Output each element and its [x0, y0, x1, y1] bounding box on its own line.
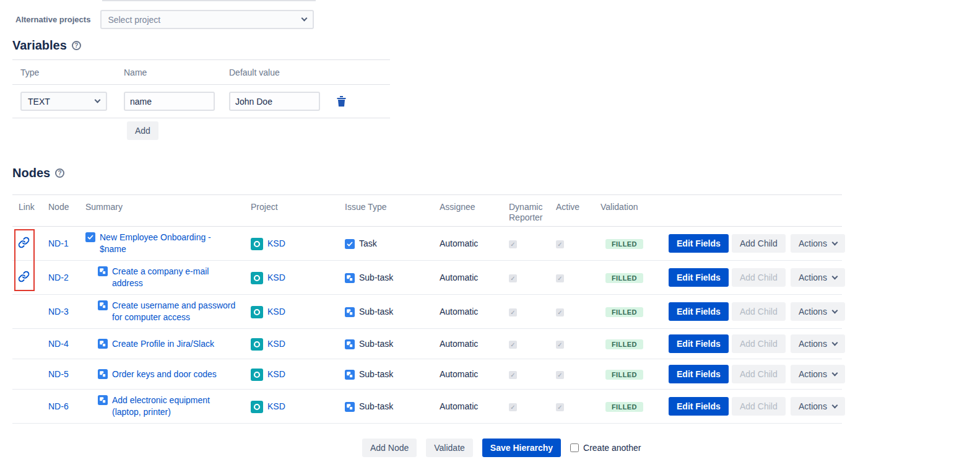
variables-table: Type Name Default value TEXT — [12, 59, 390, 118]
actions-dropdown[interactable]: Actions — [791, 365, 845, 383]
header-issue-type: Issue Type — [342, 195, 436, 212]
help-icon[interactable] — [55, 168, 64, 178]
nodes-table-header: Link Node Summary Project Issue Type Ass… — [12, 194, 842, 227]
actions-dropdown[interactable]: Actions — [791, 234, 845, 253]
subtask-icon — [345, 370, 355, 380]
edit-fields-button[interactable]: Edit Fields — [669, 365, 729, 383]
nodes-section-title: Nodes — [12, 166, 64, 180]
delete-variable-button[interactable] — [335, 94, 348, 108]
node-id-link[interactable]: ND-1 — [48, 238, 69, 248]
add-child-button[interactable]: Add Child — [732, 234, 786, 253]
edit-fields-button[interactable]: Edit Fields — [669, 397, 729, 416]
add-child-button: Add Child — [732, 268, 786, 287]
alternative-projects-label: Alternative projects — [15, 15, 90, 24]
edit-fields-button[interactable]: Edit Fields — [669, 268, 729, 287]
save-hierarchy-button[interactable]: Save Hierarchy — [482, 439, 561, 457]
actions-dropdown[interactable]: Actions — [791, 302, 845, 321]
edit-fields-button[interactable]: Edit Fields — [669, 302, 729, 321]
subtask-icon — [98, 300, 108, 310]
actions-dropdown[interactable]: Actions — [791, 397, 845, 416]
chevron-down-icon — [831, 339, 838, 346]
dynamic-reporter-checkbox — [509, 371, 517, 379]
node-row-nd5: ND-5 Order keys and door codes KSD Sub-t… — [12, 359, 842, 390]
dynamic-reporter-checkbox — [509, 403, 517, 411]
add-child-button: Add Child — [732, 302, 786, 321]
node-id-link[interactable]: ND-3 — [48, 307, 69, 316]
assignee-label: Automatic — [436, 238, 506, 248]
edit-fields-button[interactable]: Edit Fields — [669, 234, 729, 253]
node-id-link[interactable]: ND-6 — [48, 401, 69, 411]
summary-link[interactable]: Create a company e-mail address — [112, 266, 236, 289]
project-avatar-icon — [251, 238, 263, 250]
project-link[interactable]: KSD — [267, 307, 285, 316]
nodes-title-text: Nodes — [12, 166, 50, 180]
subtask-icon — [345, 273, 355, 283]
add-child-button: Add Child — [732, 365, 786, 383]
variable-name-input[interactable] — [124, 92, 215, 111]
header-validation: Validation — [597, 195, 666, 212]
add-node-button[interactable]: Add Node — [362, 439, 417, 457]
actions-label: Actions — [799, 339, 827, 349]
summary-link[interactable]: Create username and password for compute… — [112, 300, 236, 323]
trash-icon — [336, 95, 347, 107]
validation-badge: FILLED — [605, 307, 643, 317]
project-link[interactable]: KSD — [267, 238, 285, 248]
chevron-down-icon — [831, 273, 838, 279]
variables-table-header: Type Name Default value — [12, 59, 390, 85]
add-child-button: Add Child — [732, 334, 786, 353]
issue-type-label: Sub-task — [359, 401, 393, 411]
actions-dropdown[interactable]: Actions — [791, 334, 845, 353]
variable-row: TEXT — [12, 85, 390, 118]
alternative-projects-select[interactable]: Select project — [100, 10, 314, 29]
actions-dropdown[interactable]: Actions — [791, 268, 845, 287]
footer-actions: Add Node Validate Save Hierarchy Create … — [362, 439, 641, 457]
active-checkbox — [556, 240, 564, 248]
chevron-down-icon — [301, 15, 308, 22]
active-checkbox — [556, 274, 564, 282]
dynamic-reporter-checkbox — [509, 274, 517, 282]
node-row-nd4: ND-4 Create Profile in Jira/Slack KSD Su… — [12, 329, 842, 359]
summary-link[interactable]: Add electronic equipment (laptop, printe… — [112, 395, 236, 418]
node-id-link[interactable]: ND-4 — [48, 339, 69, 349]
subtask-icon — [345, 339, 355, 349]
node-id-link[interactable]: ND-5 — [48, 369, 69, 379]
task-icon — [345, 239, 355, 249]
active-checkbox — [556, 341, 564, 349]
subtask-icon — [345, 402, 355, 412]
create-another-label: Create another — [583, 443, 641, 453]
node-row-nd3: ND-3 Create username and password for co… — [12, 295, 842, 329]
variable-default-input[interactable] — [229, 92, 320, 111]
help-icon[interactable] — [72, 41, 81, 50]
summary-link[interactable]: New Employee Onboarding - $name — [100, 232, 223, 255]
issue-type-label: Sub-task — [359, 307, 393, 316]
add-variable-button[interactable]: Add — [127, 121, 158, 140]
chevron-down-icon — [95, 97, 101, 103]
node-row-nd6: ND-6 Add electronic equipment (laptop, p… — [12, 390, 842, 424]
summary-link[interactable]: Create Profile in Jira/Slack — [112, 338, 214, 350]
project-link[interactable]: KSD — [267, 339, 285, 349]
project-avatar-icon — [251, 272, 263, 284]
active-checkbox — [556, 308, 564, 316]
variable-type-select[interactable]: TEXT — [20, 92, 107, 111]
actions-label: Actions — [799, 238, 827, 248]
summary-link[interactable]: Order keys and door codes — [112, 369, 217, 380]
link-icon[interactable] — [18, 271, 30, 282]
link-icon[interactable] — [18, 237, 30, 248]
node-row-nd2: ND-2 Create a company e-mail address KSD… — [12, 261, 842, 295]
project-link[interactable]: KSD — [267, 369, 285, 379]
node-id-link[interactable]: ND-2 — [48, 273, 69, 282]
edit-fields-button[interactable]: Edit Fields — [669, 334, 729, 353]
create-another-checkbox[interactable] — [570, 443, 579, 452]
chevron-down-icon — [831, 307, 838, 313]
chevron-down-icon — [831, 402, 838, 408]
project-link[interactable]: KSD — [267, 401, 285, 411]
assignee-label: Automatic — [436, 273, 506, 282]
validate-button[interactable]: Validate — [426, 439, 473, 457]
project-link[interactable]: KSD — [267, 273, 285, 282]
header-assignee: Assignee — [436, 195, 506, 212]
issue-type-label: Task — [359, 238, 377, 248]
validation-badge: FILLED — [605, 370, 643, 380]
subtask-icon — [98, 339, 108, 349]
chevron-down-icon — [831, 239, 838, 245]
actions-label: Actions — [799, 273, 827, 282]
